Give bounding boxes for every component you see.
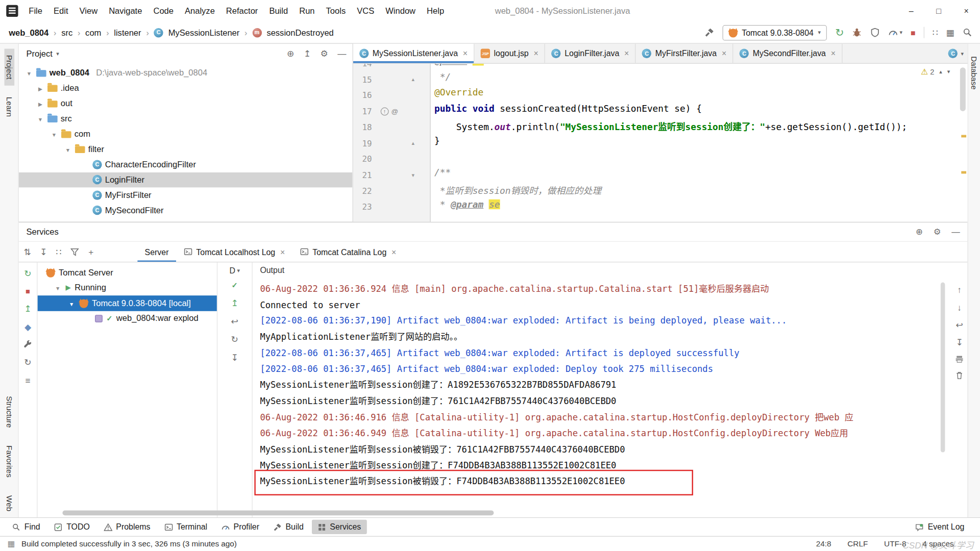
tab-tomcat-localhost-log[interactable]: Tomcat Localhost Log × — [176, 242, 292, 262]
minimize-button[interactable]: – — [897, 0, 925, 22]
close-icon[interactable]: × — [534, 49, 538, 58]
menu-item[interactable]: Edit — [48, 0, 74, 22]
tree-item-tomcat-config[interactable]: Tomcat 9.0.38-0804 [local] — [37, 295, 216, 311]
scroll-down-icon[interactable]: ↓ — [957, 303, 962, 313]
editor-tab-mysessionlistener[interactable]: C MySessionListener.java × — [353, 44, 475, 63]
menu-item[interactable]: Run — [293, 0, 320, 22]
prev-issue-icon[interactable]: ▴ — [939, 68, 942, 74]
collapsed-chevron-icon[interactable] — [36, 83, 44, 92]
breadcrumb-item[interactable]: MySessionListener — [168, 28, 240, 37]
group-by-icon[interactable]: ∷ — [56, 247, 62, 257]
locate-file-icon[interactable]: ⊕ — [287, 49, 294, 59]
tree-item-characterencodingfilter[interactable]: C CharacterEncodingFilter — [19, 157, 353, 172]
menu-item[interactable]: File — [23, 0, 48, 22]
tree-item-project-root[interactable]: web_0804 D:\java-web-space\web_0804 — [19, 65, 353, 80]
warning-stripe-mark[interactable] — [961, 135, 966, 137]
services-diamond-icon[interactable]: ◆ — [24, 322, 31, 332]
add-service-icon[interactable]: + — [88, 247, 93, 257]
debug-button[interactable] — [852, 28, 863, 38]
toolwindow-problems[interactable]: Problems — [98, 520, 156, 534]
locate-icon[interactable]: ⊕ — [916, 227, 923, 237]
scrollbar-thumb[interactable] — [960, 67, 966, 111]
close-icon[interactable]: × — [624, 49, 629, 58]
fold-marker-icon[interactable] — [407, 140, 419, 146]
toolwindow-find[interactable]: Find — [6, 520, 46, 534]
inspection-widget[interactable]: ⚠ 2 ▴ ▾ — [921, 67, 950, 76]
clear-all-trash-icon[interactable] — [955, 371, 964, 380]
services-grid-icon[interactable]: ∷ — [933, 28, 938, 38]
menu-item[interactable]: Code — [148, 0, 179, 22]
toolwindow-profiler[interactable]: Profiler — [215, 520, 265, 534]
console-output[interactable]: 06-Aug-2022 01:36:36.924 信息 [main] org.a… — [253, 279, 968, 490]
expanded-chevron-icon[interactable] — [50, 129, 58, 138]
close-icon[interactable]: × — [391, 247, 396, 256]
rollback-icon[interactable]: ↩ — [231, 316, 238, 327]
editor-tab-myfirstfilter[interactable]: C MyFirstFilter.java × — [636, 44, 733, 63]
deploy-icon[interactable]: ↥ — [24, 304, 31, 314]
toolwindow-terminal[interactable]: Terminal — [158, 520, 213, 534]
maximize-button[interactable]: □ — [925, 0, 952, 22]
breadcrumb-item[interactable]: sessionDestroyed — [266, 28, 333, 37]
collapse-all-icon[interactable]: ↧ — [40, 247, 47, 257]
menu-item[interactable]: Analyze — [179, 0, 220, 22]
tree-item-running[interactable]: ▶ Running — [37, 280, 216, 295]
toolwindow-event-log[interactable]: Event Log — [910, 520, 970, 534]
rerun-server-icon[interactable]: ↻ — [24, 269, 31, 279]
tree-item-out[interactable]: out — [19, 95, 353, 111]
refresh-icon[interactable]: ↻ — [231, 334, 238, 344]
tree-item-src[interactable]: src — [19, 111, 353, 126]
editor-tab-loginfilter[interactable]: C LoginFilter.java × — [545, 44, 636, 63]
tree-item-mysecondfilter[interactable]: C MySecondFilter — [19, 203, 353, 218]
editor-tab-logout-jsp[interactable]: JSP logout.jsp × — [475, 44, 546, 63]
breadcrumb-item[interactable]: src — [61, 28, 72, 37]
settings-gear-icon[interactable]: ⚙ — [934, 227, 941, 237]
refresh-icon[interactable]: ↻ — [24, 357, 31, 367]
options-menu-icon[interactable]: ≡ — [25, 375, 30, 386]
editor-tab-mysecondfilter[interactable]: C MySecondFilter.java × — [733, 44, 843, 63]
run-configuration-select[interactable]: Tomcat 9.0.38-0804 ▾ — [722, 24, 827, 40]
deploy-action-icon[interactable]: ↥ — [231, 298, 238, 308]
close-icon[interactable]: × — [463, 49, 468, 58]
collapsed-chevron-icon[interactable] — [36, 98, 44, 108]
close-icon[interactable]: × — [831, 49, 836, 58]
editor-scrollbar[interactable] — [960, 66, 966, 219]
tab-tomcat-catalina-log[interactable]: Tomcat Catalina Log × — [292, 242, 404, 262]
tree-item-tomcat-server[interactable]: Tomcat Server — [37, 265, 216, 280]
tree-item-idea[interactable]: .idea — [19, 80, 353, 95]
tree-item-filter[interactable]: filter — [19, 141, 353, 157]
settings-gear-icon[interactable]: ⚙ — [320, 49, 328, 59]
menu-item[interactable]: Help — [421, 0, 450, 22]
expanded-chevron-icon[interactable] — [36, 114, 44, 123]
hide-panel-icon[interactable]: — — [951, 227, 960, 236]
fold-marker-icon[interactable] — [407, 172, 419, 178]
status-message[interactable]: Build completed successfully in 3 sec, 3… — [21, 539, 237, 548]
project-panel-title[interactable]: Project — [26, 49, 52, 58]
sort-icon[interactable]: ⇅ — [24, 247, 31, 257]
menu-item[interactable]: VCS — [351, 0, 380, 22]
toolwindow-todo[interactable]: TODO — [48, 520, 95, 534]
scroll-down-icon[interactable]: ↧ — [231, 353, 238, 363]
profiler-button[interactable]: ▾ — [889, 28, 903, 38]
sidebar-item-project[interactable]: Project — [4, 49, 14, 86]
scroll-up-icon[interactable]: ↑ — [957, 285, 962, 295]
expanded-chevron-icon[interactable] — [67, 298, 76, 308]
menu-item[interactable]: Window — [380, 0, 421, 22]
tree-item-war-artifact[interactable]: ✓ web_0804:war explod — [37, 311, 216, 326]
stop-button[interactable]: ■ — [911, 28, 916, 37]
close-icon[interactable]: × — [722, 49, 726, 58]
tree-item-myfirstfilter[interactable]: C MyFirstFilter — [19, 187, 353, 203]
stop-server-icon[interactable]: ■ — [26, 287, 30, 295]
sidebar-item-web[interactable]: Web — [4, 489, 14, 517]
next-issue-icon[interactable]: ▾ — [947, 68, 950, 74]
menu-item[interactable]: View — [74, 0, 104, 22]
caret-position-widget[interactable]: 24:8 — [816, 539, 831, 548]
menu-item[interactable]: Refactor — [220, 0, 264, 22]
sidebar-item-database[interactable]: Database — [969, 50, 979, 96]
hide-panel-icon[interactable]: — — [337, 49, 346, 59]
close-icon[interactable]: × — [280, 247, 285, 256]
fold-marker-icon[interactable] — [407, 77, 419, 83]
deployment-tab[interactable]: D ▾ — [229, 262, 240, 279]
override-method-icon[interactable]: ↑ — [381, 107, 389, 115]
expanded-chevron-icon[interactable] — [54, 283, 62, 292]
tab-server[interactable]: Server — [137, 242, 176, 262]
